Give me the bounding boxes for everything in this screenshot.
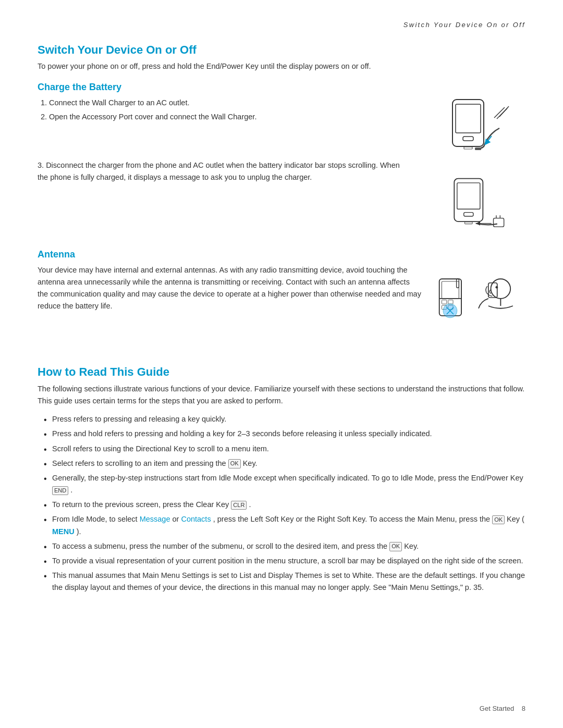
svg-rect-9 [494, 218, 504, 227]
bullet-4: Select refers to scrolling to an item an… [42, 458, 525, 470]
switch-intro: To power your phone on or off, press and… [38, 61, 525, 72]
how-to-bullets: Press refers to pressing and releasing a… [38, 413, 525, 594]
how-to-section: How to Read This Guide The following sec… [38, 365, 525, 594]
svg-rect-2 [463, 137, 473, 141]
antenna-image [432, 264, 525, 348]
footer-label: Get Started [480, 705, 514, 712]
svg-point-23 [491, 279, 511, 299]
svg-rect-15 [442, 300, 446, 304]
svg-rect-22 [457, 279, 459, 288]
bullet-6: To return to the previous screen, press … [42, 499, 525, 511]
bullet-2: Press and hold refers to pressing and ho… [42, 428, 525, 440]
charge-steps-list: Connect the Wall Charger to an AC outlet… [38, 97, 411, 123]
svg-rect-16 [448, 300, 453, 304]
charge-step3-container: 3. Disconnect the charger from the phone… [38, 159, 411, 183]
charger-bottom-illustration [437, 176, 510, 233]
switch-section: Switch Your Device On or Off To power yo… [38, 43, 525, 72]
bullet-9: To provide a visual representation of yo… [42, 555, 525, 567]
charge-content: Connect the Wall Charger to an AC outlet… [38, 97, 525, 233]
charge-heading: Charge the Battery [38, 82, 525, 93]
charge-step-2: Open the Accessory Port cover and connec… [49, 111, 411, 123]
svg-rect-4 [475, 147, 481, 150]
antenna-section: Antenna Your device may have internal an… [38, 249, 525, 348]
svg-rect-6 [457, 183, 480, 209]
svg-rect-1 [456, 104, 481, 133]
menu-link: MENU [52, 527, 75, 536]
bullet-8: To access a submenu, press the number of… [42, 540, 525, 552]
page-footer: Get Started 8 [480, 705, 525, 712]
charger-top-illustration [437, 97, 510, 154]
ok-key-1: OK [228, 459, 241, 468]
how-to-intro: The following sections illustrate variou… [38, 383, 525, 407]
bullet-10: This manual assumes that Main Menu Setti… [42, 570, 525, 594]
svg-rect-5 [454, 178, 483, 221]
svg-rect-8 [465, 222, 473, 224]
ok-key-2: OK [492, 515, 505, 524]
svg-rect-3 [464, 147, 472, 149]
header-title: Switch Your Device On or Off [403, 21, 525, 29]
charge-step3-text: Disconnect the charger from the phone an… [38, 161, 400, 181]
page-header: Switch Your Device On or Off [38, 21, 525, 29]
antenna-illustration [434, 264, 523, 348]
charge-step-1: Connect the Wall Charger to an AC outlet… [49, 97, 411, 109]
bullet-5: Generally, the step-by-step instructions… [42, 472, 525, 496]
charge-text-column: Connect the Wall Charger to an AC outlet… [38, 97, 421, 184]
svg-rect-7 [464, 212, 473, 216]
charge-image-column [421, 97, 525, 233]
switch-heading: Switch Your Device On or Off [38, 43, 525, 57]
bullet-7: From Idle Mode, to select Message or Con… [42, 513, 525, 537]
antenna-heading: Antenna [38, 249, 525, 260]
end-key: END [52, 486, 68, 495]
page-container: Switch Your Device On or Off Switch Your… [0, 0, 563, 628]
bullet-3: Scroll refers to using the Directional K… [42, 443, 525, 455]
antenna-content: Your device may have internal and extern… [38, 264, 525, 348]
message-link[interactable]: Message [140, 515, 170, 523]
page-number: 8 [522, 705, 525, 712]
clr-key: CLR [231, 501, 247, 510]
contacts-link[interactable]: Contacts [181, 515, 211, 523]
antenna-text: Your device may have internal and extern… [38, 264, 432, 313]
charge-step3-num: 3. [38, 161, 46, 169]
ok-key-3: OK [389, 542, 402, 551]
bullet-1: Press refers to pressing and releasing a… [42, 413, 525, 425]
charge-section: Charge the Battery Connect the Wall Char… [38, 82, 525, 233]
how-to-heading: How to Read This Guide [38, 365, 525, 379]
svg-rect-0 [452, 100, 484, 146]
